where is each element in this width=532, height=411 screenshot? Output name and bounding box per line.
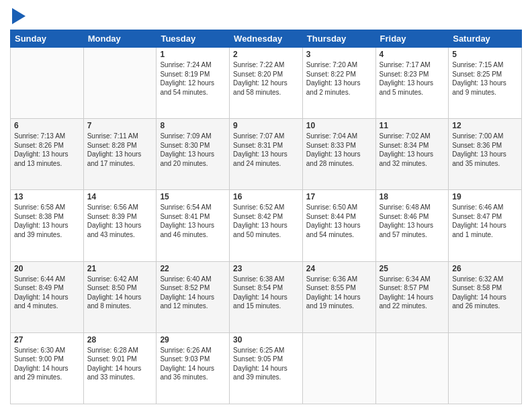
day-number: 8 — [160, 121, 226, 130]
day-number: 13 — [14, 192, 80, 201]
calendar-cell: 5Sunrise: 7:15 AM Sunset: 8:25 PM Daylig… — [449, 48, 522, 119]
calendar-week-row: 13Sunrise: 6:58 AM Sunset: 8:38 PM Dayli… — [11, 190, 522, 261]
cell-info: Sunrise: 6:50 AM Sunset: 8:44 PM Dayligh… — [306, 203, 372, 239]
cell-info: Sunrise: 6:28 AM Sunset: 9:01 PM Dayligh… — [87, 346, 153, 382]
calendar-cell — [83, 48, 157, 119]
calendar-cell — [449, 332, 522, 404]
calendar-cell: 15Sunrise: 6:54 AM Sunset: 8:41 PM Dayli… — [157, 190, 230, 261]
day-number: 27 — [14, 335, 80, 345]
day-number: 3 — [306, 50, 372, 59]
calendar-week-row: 1Sunrise: 7:24 AM Sunset: 8:19 PM Daylig… — [11, 48, 522, 119]
day-number: 2 — [233, 50, 299, 59]
col-header-saturday: Saturday — [449, 30, 522, 48]
cell-info: Sunrise: 7:13 AM Sunset: 8:26 PM Dayligh… — [14, 132, 80, 168]
cell-info: Sunrise: 7:15 AM Sunset: 8:25 PM Dayligh… — [452, 60, 518, 97]
calendar-cell: 21Sunrise: 6:42 AM Sunset: 8:50 PM Dayli… — [83, 261, 157, 332]
calendar-cell: 29Sunrise: 6:26 AM Sunset: 9:03 PM Dayli… — [157, 332, 230, 404]
day-number: 25 — [380, 264, 445, 273]
day-number: 17 — [306, 192, 372, 201]
cell-info: Sunrise: 7:24 AM Sunset: 8:19 PM Dayligh… — [160, 60, 226, 97]
cell-info: Sunrise: 6:30 AM Sunset: 9:00 PM Dayligh… — [14, 346, 80, 382]
day-number: 9 — [233, 121, 299, 130]
cell-info: Sunrise: 6:25 AM Sunset: 9:05 PM Dayligh… — [233, 346, 299, 382]
calendar-cell: 8Sunrise: 7:09 AM Sunset: 8:30 PM Daylig… — [157, 119, 230, 190]
calendar-cell: 22Sunrise: 6:40 AM Sunset: 8:52 PM Dayli… — [157, 261, 230, 332]
day-number: 21 — [87, 264, 153, 273]
calendar-cell: 13Sunrise: 6:58 AM Sunset: 8:38 PM Dayli… — [11, 190, 84, 261]
calendar-week-row: 27Sunrise: 6:30 AM Sunset: 9:00 PM Dayli… — [11, 332, 522, 404]
col-header-friday: Friday — [375, 30, 449, 48]
cell-info: Sunrise: 6:38 AM Sunset: 8:54 PM Dayligh… — [233, 275, 299, 311]
calendar-cell: 9Sunrise: 7:07 AM Sunset: 8:31 PM Daylig… — [230, 119, 303, 190]
day-number: 14 — [87, 192, 153, 201]
calendar-week-row: 20Sunrise: 6:44 AM Sunset: 8:49 PM Dayli… — [11, 261, 522, 332]
calendar-cell — [302, 332, 375, 404]
cell-info: Sunrise: 6:26 AM Sunset: 9:03 PM Dayligh… — [160, 346, 226, 382]
day-number: 23 — [233, 264, 299, 273]
cell-info: Sunrise: 6:52 AM Sunset: 8:42 PM Dayligh… — [233, 203, 299, 239]
calendar-week-row: 6Sunrise: 7:13 AM Sunset: 8:26 PM Daylig… — [11, 119, 522, 190]
day-number: 15 — [160, 192, 226, 201]
col-header-thursday: Thursday — [302, 30, 375, 48]
cell-info: Sunrise: 7:09 AM Sunset: 8:30 PM Dayligh… — [160, 132, 226, 168]
calendar-cell: 1Sunrise: 7:24 AM Sunset: 8:19 PM Daylig… — [157, 48, 230, 119]
calendar-cell: 26Sunrise: 6:32 AM Sunset: 8:58 PM Dayli… — [449, 261, 522, 332]
cell-info: Sunrise: 6:46 AM Sunset: 8:47 PM Dayligh… — [452, 203, 518, 239]
calendar-cell: 7Sunrise: 7:11 AM Sunset: 8:28 PM Daylig… — [83, 119, 157, 190]
cell-info: Sunrise: 6:36 AM Sunset: 8:55 PM Dayligh… — [306, 275, 372, 311]
calendar-table: SundayMondayTuesdayWednesdayThursdayFrid… — [10, 30, 522, 404]
calendar-header-row: SundayMondayTuesdayWednesdayThursdayFrid… — [11, 30, 522, 48]
calendar-cell: 28Sunrise: 6:28 AM Sunset: 9:01 PM Dayli… — [83, 332, 157, 404]
cell-info: Sunrise: 6:34 AM Sunset: 8:57 PM Dayligh… — [380, 275, 445, 311]
day-number: 24 — [306, 264, 372, 273]
col-header-sunday: Sunday — [11, 30, 84, 48]
calendar-cell: 10Sunrise: 7:04 AM Sunset: 8:33 PM Dayli… — [302, 119, 375, 190]
calendar-cell: 25Sunrise: 6:34 AM Sunset: 8:57 PM Dayli… — [375, 261, 449, 332]
cell-info: Sunrise: 6:58 AM Sunset: 8:38 PM Dayligh… — [14, 203, 80, 239]
cell-info: Sunrise: 7:07 AM Sunset: 8:31 PM Dayligh… — [233, 132, 299, 168]
day-number: 12 — [452, 121, 518, 130]
svg-marker-0 — [12, 8, 26, 24]
header — [10, 7, 522, 24]
day-number: 6 — [14, 121, 80, 130]
cell-info: Sunrise: 7:20 AM Sunset: 8:22 PM Dayligh… — [306, 60, 372, 97]
day-number: 7 — [87, 121, 153, 130]
calendar-cell: 20Sunrise: 6:44 AM Sunset: 8:49 PM Dayli… — [11, 261, 84, 332]
col-header-tuesday: Tuesday — [157, 30, 230, 48]
day-number: 19 — [452, 192, 518, 201]
day-number: 28 — [87, 335, 153, 345]
calendar-cell — [375, 332, 449, 404]
calendar-cell: 3Sunrise: 7:20 AM Sunset: 8:22 PM Daylig… — [302, 48, 375, 119]
calendar-cell — [11, 48, 84, 119]
cell-info: Sunrise: 7:11 AM Sunset: 8:28 PM Dayligh… — [87, 132, 153, 168]
calendar-cell: 4Sunrise: 7:17 AM Sunset: 8:23 PM Daylig… — [375, 48, 449, 119]
cell-info: Sunrise: 6:42 AM Sunset: 8:50 PM Dayligh… — [87, 275, 153, 311]
logo — [10, 7, 26, 24]
cell-info: Sunrise: 7:02 AM Sunset: 8:34 PM Dayligh… — [380, 132, 445, 168]
calendar-cell: 24Sunrise: 6:36 AM Sunset: 8:55 PM Dayli… — [302, 261, 375, 332]
day-number: 5 — [452, 50, 518, 59]
cell-info: Sunrise: 7:17 AM Sunset: 8:23 PM Dayligh… — [380, 60, 445, 97]
cell-info: Sunrise: 6:44 AM Sunset: 8:49 PM Dayligh… — [14, 275, 80, 311]
day-number: 10 — [306, 121, 372, 130]
day-number: 22 — [160, 264, 226, 273]
calendar-cell: 19Sunrise: 6:46 AM Sunset: 8:47 PM Dayli… — [449, 190, 522, 261]
cell-info: Sunrise: 7:04 AM Sunset: 8:33 PM Dayligh… — [306, 132, 372, 168]
day-number: 18 — [380, 192, 445, 201]
page: SundayMondayTuesdayWednesdayThursdayFrid… — [0, 0, 532, 411]
calendar-cell: 11Sunrise: 7:02 AM Sunset: 8:34 PM Dayli… — [375, 119, 449, 190]
col-header-wednesday: Wednesday — [230, 30, 303, 48]
day-number: 26 — [452, 264, 518, 273]
cell-info: Sunrise: 7:00 AM Sunset: 8:36 PM Dayligh… — [452, 132, 518, 168]
calendar-cell: 12Sunrise: 7:00 AM Sunset: 8:36 PM Dayli… — [449, 119, 522, 190]
logo-icon — [12, 8, 26, 24]
calendar-cell: 17Sunrise: 6:50 AM Sunset: 8:44 PM Dayli… — [302, 190, 375, 261]
cell-info: Sunrise: 6:40 AM Sunset: 8:52 PM Dayligh… — [160, 275, 226, 311]
day-number: 30 — [233, 335, 299, 345]
calendar-cell: 6Sunrise: 7:13 AM Sunset: 8:26 PM Daylig… — [11, 119, 84, 190]
calendar-cell: 14Sunrise: 6:56 AM Sunset: 8:39 PM Dayli… — [83, 190, 157, 261]
day-number: 4 — [380, 50, 445, 59]
day-number: 20 — [14, 264, 80, 273]
calendar-cell: 23Sunrise: 6:38 AM Sunset: 8:54 PM Dayli… — [230, 261, 303, 332]
calendar-cell: 30Sunrise: 6:25 AM Sunset: 9:05 PM Dayli… — [230, 332, 303, 404]
